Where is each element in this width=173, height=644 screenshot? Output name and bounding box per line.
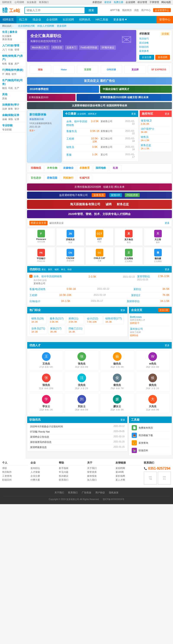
company-icon-10[interactable]: 长城汽车: [77, 175, 92, 181]
news-link-1[interactable]: 2020年8月初级会计证报名时间: [30, 425, 63, 428]
star-company-6[interactable]: PA 平安银行 PING AN: [27, 247, 55, 265]
hot-job-7[interactable]: 家政(217) 3K-4K: [48, 326, 66, 334]
sidebar-link[interactable]: 行政: [8, 48, 13, 51]
exc-right-name[interactable]: 某管理职位: [137, 275, 150, 278]
talent-name-10[interactable]: 刘女士: [66, 405, 97, 408]
exc-job-name[interactable]: 水单、初中学历招聘销售: [34, 275, 62, 278]
nav-more[interactable]: 更多服务▼: [111, 16, 130, 23]
tool-2[interactable]: 📥 简历模板下载: [130, 432, 170, 439]
nav-recruit[interactable]: 招聘首页: [2, 1, 12, 4]
sidebar-link[interactable]: 物流: [2, 86, 7, 90]
sidebar-link[interactable]: 生产: [15, 86, 19, 90]
job-name[interactable]: 水单、初中学历招聘销售: [66, 120, 89, 127]
score-link[interactable]: 积分管理: [137, 1, 147, 4]
talent-name-2[interactable]: 张先生: [66, 362, 97, 366]
talent-name-11[interactable]: 媛女士: [102, 405, 132, 408]
news-more[interactable]: 更多: [120, 418, 125, 422]
company-icon-9[interactable]: 同程旅行: [61, 175, 76, 181]
footer-friendly-1[interactable]: 某招聘网: [115, 466, 142, 470]
nav-find-company[interactable]: 找企业: [30, 16, 44, 23]
hot-job-3[interactable]: 厨师(11) 3.5K-9K: [67, 316, 84, 324]
job-name[interactable]: 销售员: [66, 146, 89, 151]
hot-job-5[interactable]: 销售经理(177) 1K-3K: [103, 316, 124, 324]
star-company-4[interactable]: 龙 龙方食品 食品: [115, 228, 143, 246]
footer-link-contact[interactable]: 联系我们: [59, 478, 85, 482]
salary-ref[interactable]: 薪资参考: [139, 49, 170, 53]
company-icon-7[interactable]: 百也进步: [28, 175, 44, 181]
urgent-more[interactable]: 更多: [165, 112, 169, 116]
register-link[interactable]: 免费注册: [114, 1, 123, 4]
footer-link-guide[interactable]: 新手指南: [59, 466, 85, 470]
sidebar-link[interactable]: 管理: [15, 48, 19, 51]
site-link-2[interactable]: 科技人才招聘网: [37, 24, 54, 27]
star-company-9[interactable]: 正 正光网络 正光网络: [115, 247, 143, 265]
nav-group[interactable]: 实业集团: [27, 1, 36, 4]
star-company-1[interactable]: F Floracare 光年生物: [27, 228, 55, 246]
sidebar-link[interactable]: 网络: [6, 72, 10, 76]
nav-contact[interactable]: 联系我们: [39, 1, 49, 4]
nav-home[interactable]: 招聘首页: [0, 16, 17, 23]
nav-community[interactable]: 社区招聘: [60, 16, 77, 23]
talent-name-3[interactable]: 杨先生: [102, 362, 132, 366]
banner-tag-3[interactable]: 志凌木门: [65, 45, 78, 50]
sidebar-link[interactable]: 法律: [2, 107, 7, 110]
sidebar-link[interactable]: 软件: [12, 72, 17, 76]
partner-sf[interactable]: SF EXPRESS: [148, 65, 169, 74]
talent-name-6[interactable]: 沈先生: [66, 383, 97, 387]
my-resume[interactable]: 我的简历: [122, 9, 132, 12]
feature-more-link[interactable]: 更多>: [29, 129, 59, 132]
hot-job-4[interactable]: 会计(212) 7.5K-10K: [85, 316, 102, 324]
partner-xiangdi[interactable]: 湘迪: [29, 65, 51, 74]
sidebar-link[interactable]: 生活服务: [2, 34, 12, 38]
company-name-1[interactable]: BetKnows: [130, 316, 170, 318]
spring-banner-right[interactable]: 中国农业银行 诚聘英才: [100, 86, 172, 93]
yixing-banner[interactable]: 益星通精密电子有限公司 业务专员 财务HR PG技术班: [27, 192, 172, 199]
haitianque-banner[interactable]: 海天跃能装备有限公司 诚聘 财务总监: [27, 200, 172, 209]
hot-job-1[interactable]: 销售员(28) 1K-3K: [29, 316, 47, 324]
partner-gree[interactable]: GREE绿: [101, 65, 122, 74]
footer-nav-4[interactable]: 用户协议: [95, 491, 105, 494]
search-button[interactable]: 搜索: [85, 7, 98, 14]
job-name[interactable]: 客服专员: [66, 130, 89, 135]
exc-job-name-2[interactable]: 客服/电话销售: [29, 288, 46, 291]
footer-link-enterprise-reg[interactable]: 企业注册: [31, 474, 57, 478]
nav-admin[interactable]: 管理中心: [156, 16, 173, 23]
sitemap-link[interactable]: 网站地图: [161, 1, 171, 4]
company-name-2[interactable]: 某科技公司: [130, 327, 170, 331]
login-link[interactable]: 请登录: [104, 1, 111, 4]
news-link-2[interactable]: 0720版 Randy Nat: [30, 430, 50, 433]
star-more[interactable]: 更多: [165, 222, 169, 225]
talent-name-5[interactable]: 张先生: [31, 383, 61, 387]
company-icon-3[interactable]: 友缘物业: [61, 165, 76, 171]
banner-tag-5[interactable]: SF顺丰速运: [100, 45, 116, 50]
hot-job-8[interactable]: 挡板工(111) 1K-3K: [67, 326, 84, 334]
star-company-2[interactable]: JN 济南实业 实业: [56, 228, 84, 246]
job-company[interactable]: 某工程公司: [101, 137, 123, 143]
site-link-3[interactable]: 更多招聘: [57, 24, 66, 27]
hot-jobs-more[interactable]: 更多: [120, 308, 125, 312]
spring-banner-left[interactable]: 2019年春季校招: [27, 86, 99, 93]
talent-name-12[interactable]: 大先生: [137, 405, 168, 408]
urgent-job-name[interactable]: 财务总监: [141, 144, 170, 147]
footer-link-media[interactable]: 媒体报道: [87, 474, 113, 478]
exc-right-job-3[interactable]: 某职位2: [131, 294, 140, 297]
footer-link-salary[interactable]: 工资查询: [2, 474, 28, 478]
footer-nav-1[interactable]: 关于我们: [55, 491, 64, 494]
job-company[interactable]: 某客服公司: [101, 130, 123, 135]
hot-job-2[interactable]: 服务员(217) 3.5K-9K: [48, 316, 66, 324]
company-icon-1[interactable]: 浩顺物流: [28, 165, 44, 171]
jd-banner-2[interactable]: 京博控股集团2020招聘 创建京彩 搏出未来: [27, 184, 172, 190]
sidebar-link[interactable]: 金融: [2, 118, 7, 121]
job-name[interactable]: 客服: [66, 153, 89, 158]
talent-name-4[interactable]: w先生: [137, 362, 168, 366]
footer-link-join[interactable]: 加入我们: [87, 478, 113, 482]
urgent-job-name[interactable]: 销售员: [141, 135, 170, 139]
footer-link-honor[interactable]: 荣誉资质: [87, 470, 113, 474]
footer-link-search-talent[interactable]: 人才搜索: [31, 470, 57, 474]
banner-tag-2[interactable]: 闪亮百货: [51, 45, 64, 50]
sidebar-link[interactable]: 司机: [8, 86, 13, 90]
footer-nav-3[interactable]: 广告投放: [82, 491, 91, 494]
company-icon-2[interactable]: 木奇生物: [45, 165, 60, 171]
footer-nav-2[interactable]: 联系我们: [68, 491, 78, 494]
footer-friendly-4[interactable]: 某人才网: [115, 478, 142, 482]
